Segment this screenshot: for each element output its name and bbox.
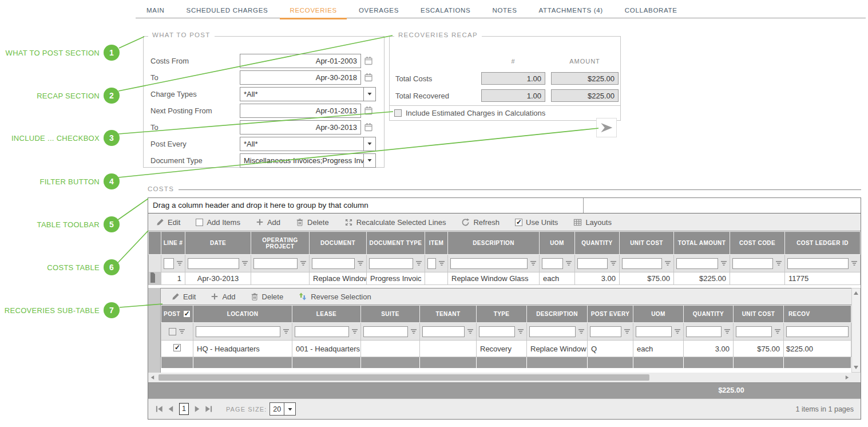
filter-input[interactable] bbox=[686, 326, 722, 337]
filter-input[interactable] bbox=[164, 258, 174, 269]
column-header-cost-code[interactable]: COST CODE bbox=[730, 232, 785, 255]
include-estimated-charges-checkbox[interactable] bbox=[394, 109, 402, 117]
next-posting-to-date-input[interactable]: Apr-30-2013 bbox=[240, 120, 361, 135]
column-header-date[interactable]: DATE bbox=[185, 232, 251, 255]
filter-icon[interactable] bbox=[300, 260, 307, 267]
filter-input[interactable] bbox=[450, 258, 528, 269]
filter-input[interactable] bbox=[529, 326, 576, 337]
filter-icon[interactable] bbox=[467, 328, 474, 335]
scroll-down-icon[interactable] bbox=[853, 365, 859, 370]
refresh-button[interactable]: Refresh bbox=[461, 218, 500, 227]
column-header-tenant[interactable]: TENANT bbox=[420, 306, 477, 323]
next-page-icon[interactable] bbox=[193, 405, 201, 413]
sub-delete-button[interactable]: Delete bbox=[251, 292, 284, 301]
group-by-bar[interactable]: Drag a column header and drop it here to… bbox=[148, 198, 861, 214]
calendar-icon[interactable] bbox=[364, 73, 373, 82]
filter-input[interactable] bbox=[427, 258, 436, 269]
vertical-scrollbar[interactable] bbox=[851, 288, 861, 373]
column-header-description[interactable]: DESCRIPTION bbox=[527, 306, 588, 323]
tab-attachments[interactable]: ATTACHMENTS (4) bbox=[528, 2, 614, 18]
filter-input[interactable] bbox=[479, 326, 515, 337]
add-items-toggle[interactable]: Add Items bbox=[196, 218, 240, 227]
column-header-item[interactable]: ITEM bbox=[425, 232, 448, 255]
post-filter-checkbox[interactable] bbox=[169, 328, 176, 335]
filter-icon[interactable] bbox=[851, 260, 858, 267]
column-header-post[interactable]: POST bbox=[161, 306, 193, 323]
page-size-select[interactable]: 20 bbox=[269, 402, 296, 416]
current-page-box[interactable]: 1 bbox=[179, 403, 189, 415]
calendar-icon[interactable] bbox=[364, 122, 373, 132]
costs-data-row[interactable]: 1 Apr-30-2013 Replace Window Progress In… bbox=[149, 272, 861, 285]
column-header-post-every[interactable]: POST EVERY bbox=[588, 306, 633, 323]
use-units-toggle[interactable]: Use Units bbox=[515, 218, 558, 227]
column-header-suite[interactable]: SUITE bbox=[361, 306, 420, 323]
filter-input[interactable] bbox=[363, 326, 408, 337]
column-header-total-amount[interactable]: TOTAL AMOUNT bbox=[674, 232, 730, 255]
scroll-up-icon[interactable] bbox=[853, 290, 859, 296]
cell-post[interactable] bbox=[161, 341, 193, 357]
column-header-uom[interactable]: UOM bbox=[540, 232, 575, 255]
filter-icon[interactable] bbox=[438, 260, 445, 267]
filter-icon[interactable] bbox=[357, 260, 364, 267]
post-every-select[interactable]: *All* bbox=[240, 137, 376, 151]
caret-down-icon[interactable] bbox=[363, 154, 375, 167]
filter-icon[interactable] bbox=[351, 328, 358, 335]
column-header-description[interactable]: DESCRIPTION bbox=[448, 232, 540, 255]
tab-recoveries[interactable]: RECOVERIES bbox=[279, 2, 347, 18]
filter-input[interactable] bbox=[732, 258, 773, 269]
delete-button[interactable]: Delete bbox=[296, 218, 329, 227]
filter-input[interactable] bbox=[622, 258, 662, 269]
add-button[interactable]: Add bbox=[256, 218, 280, 227]
filter-input[interactable] bbox=[676, 258, 718, 269]
previous-page-icon[interactable] bbox=[167, 405, 175, 413]
scroll-left-icon[interactable] bbox=[150, 375, 155, 380]
scrollbar-thumb[interactable] bbox=[158, 374, 649, 381]
costs-from-date-input[interactable]: Apr-01-2003 bbox=[240, 54, 361, 68]
layouts-button[interactable]: Layouts bbox=[573, 218, 612, 227]
filter-post-button[interactable] bbox=[596, 118, 617, 137]
costs-to-date-input[interactable]: Apr-30-2018 bbox=[240, 70, 361, 85]
tab-collaborate[interactable]: COLLABORATE bbox=[614, 2, 688, 18]
calendar-icon[interactable] bbox=[364, 106, 373, 115]
filter-input[interactable] bbox=[542, 258, 563, 269]
calendar-icon[interactable] bbox=[364, 56, 373, 65]
filter-icon[interactable] bbox=[775, 260, 782, 267]
filter-icon[interactable] bbox=[774, 328, 781, 335]
filter-input[interactable] bbox=[736, 326, 772, 337]
first-page-icon[interactable] bbox=[155, 405, 164, 413]
recalculate-selected-lines-button[interactable]: Recalculate Selected Lines bbox=[344, 218, 446, 227]
filter-icon[interactable] bbox=[517, 328, 524, 335]
filter-input[interactable] bbox=[422, 326, 465, 337]
filter-icon[interactable] bbox=[241, 260, 248, 267]
column-header-type[interactable]: TYPE bbox=[477, 306, 527, 323]
tab-main[interactable]: MAIN bbox=[136, 2, 176, 18]
filter-input[interactable] bbox=[196, 326, 280, 337]
filter-icon[interactable] bbox=[179, 328, 185, 335]
column-header-quantity[interactable]: QUANTITY bbox=[684, 306, 734, 323]
next-posting-from-date-input[interactable]: Apr-01-2013 bbox=[240, 104, 361, 118]
filter-icon[interactable] bbox=[578, 328, 585, 335]
column-header-cost-ledger-id[interactable]: COST LEDGER ID bbox=[785, 232, 861, 255]
row-expander[interactable] bbox=[149, 272, 161, 285]
column-header-unit-cost[interactable]: UNIT COST bbox=[734, 306, 784, 323]
filter-input[interactable] bbox=[786, 326, 849, 337]
tab-overages[interactable]: OVERAGES bbox=[348, 2, 410, 18]
filter-icon[interactable] bbox=[415, 260, 422, 267]
filter-icon[interactable] bbox=[624, 328, 631, 335]
filter-icon[interactable] bbox=[410, 328, 417, 335]
column-header-lease[interactable]: LEASE bbox=[292, 306, 361, 323]
sub-add-button[interactable]: Add bbox=[211, 292, 235, 301]
filter-icon[interactable] bbox=[283, 328, 290, 335]
filter-icon[interactable] bbox=[664, 260, 671, 267]
column-header-line[interactable]: LINE # bbox=[161, 232, 185, 255]
column-header-location[interactable]: LOCATION bbox=[193, 306, 292, 323]
sub-edit-button[interactable]: Edit bbox=[172, 292, 196, 301]
column-header-uom[interactable]: UOM bbox=[633, 306, 684, 323]
filter-icon[interactable] bbox=[610, 260, 617, 267]
filter-icon[interactable] bbox=[674, 328, 681, 335]
recoveries-data-row[interactable]: HQ - Headquarters 001 - Headquarters Rec… bbox=[161, 341, 851, 357]
horizontal-scrollbar[interactable] bbox=[148, 373, 851, 382]
scroll-right-icon[interactable] bbox=[845, 375, 850, 380]
filter-input[interactable] bbox=[253, 258, 298, 269]
filter-icon[interactable] bbox=[530, 260, 537, 267]
